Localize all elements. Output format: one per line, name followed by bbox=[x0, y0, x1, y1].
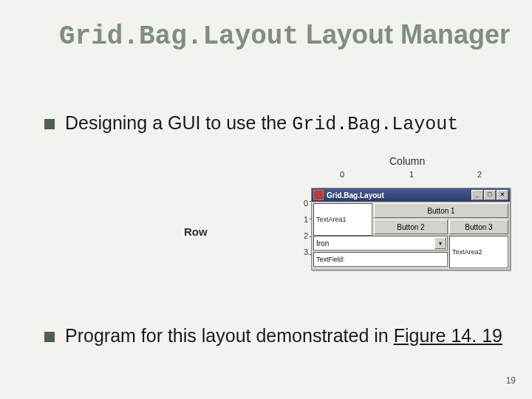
title-rest: Layout Manager bbox=[299, 19, 510, 50]
button1[interactable]: Button 1 bbox=[374, 203, 508, 218]
column-label: Column bbox=[389, 155, 425, 167]
grid-row-2: Iron ▾ TextArea2 bbox=[313, 236, 508, 250]
spacer-col2-row3 bbox=[449, 252, 508, 267]
slide-title: Grid.Bag.Layout Layout Manager bbox=[59, 18, 510, 53]
grid-row-1: Button 2 Button 3 bbox=[313, 219, 508, 234]
button3-label: Button 3 bbox=[465, 223, 492, 231]
figure-link[interactable]: Figure 14. 19 bbox=[394, 325, 502, 346]
spacer-col0-row1 bbox=[313, 219, 372, 234]
bullet-1-code: Grid.Bag.Layout bbox=[292, 114, 458, 135]
grid-area: TextArea1 Button 1 Button 2 Butto bbox=[313, 203, 508, 267]
row-label: Row bbox=[184, 225, 208, 238]
row-index-0: 0 bbox=[298, 195, 308, 211]
demo-window: Grid.Bag.Layout _ □ × TextArea1 Button bbox=[311, 188, 511, 270]
window-client: TextArea1 Button 1 Button 2 Butto bbox=[312, 202, 510, 270]
row-indices: 0 1 2 3 bbox=[298, 195, 308, 260]
bullet-1-pre: Designing a GUI to use the bbox=[65, 112, 292, 133]
bullet-2: Program for this layout demonstrated in … bbox=[44, 324, 517, 349]
window-title: Grid.Bag.Layout bbox=[327, 191, 471, 200]
close-button[interactable]: × bbox=[497, 190, 508, 200]
bullet-2-wrap: Program for this layout demonstrated in … bbox=[44, 324, 517, 353]
slide: Grid.Bag.Layout Layout Manager Designing… bbox=[0, 0, 532, 399]
window-titlebar[interactable]: Grid.Bag.Layout _ □ × bbox=[312, 188, 510, 202]
button1-label: Button 1 bbox=[427, 207, 454, 215]
textfield[interactable]: TextField: bbox=[313, 252, 448, 267]
grid-row-3: TextField: bbox=[313, 252, 508, 267]
combobox-selected: Iron bbox=[316, 239, 329, 248]
window-buttons: _ □ × bbox=[471, 190, 508, 200]
page-number: 19 bbox=[506, 375, 516, 386]
bullet-icon bbox=[44, 332, 55, 342]
col-index-2: 2 bbox=[450, 170, 509, 179]
title-code: Grid.Bag.Layout bbox=[59, 21, 299, 52]
bullet-2-text: Program for this layout demonstrated in … bbox=[65, 324, 517, 349]
combobox[interactable]: Iron ▾ bbox=[313, 236, 448, 250]
chevron-down-icon[interactable]: ▾ bbox=[434, 237, 446, 249]
grid-row-0: TextArea1 Button 1 bbox=[313, 203, 508, 218]
column-indices: 0 1 2 bbox=[311, 170, 509, 179]
maximize-button[interactable]: □ bbox=[484, 190, 496, 200]
row-index-1: 1 bbox=[298, 211, 308, 228]
row-index-2: 2 bbox=[298, 228, 308, 244]
bullet-icon bbox=[44, 119, 55, 129]
button3[interactable]: Button 3 bbox=[449, 219, 508, 234]
minimize-button[interactable]: _ bbox=[471, 190, 483, 200]
col-index-1: 1 bbox=[373, 170, 450, 179]
bullet-list: Designing a GUI to use the Grid.Bag.Layo… bbox=[44, 111, 488, 142]
bullet-2-pre: Program for this layout demonstrated in bbox=[65, 325, 394, 346]
bullet-1-text: Designing a GUI to use the Grid.Bag.Layo… bbox=[65, 111, 488, 137]
app-icon bbox=[313, 190, 324, 200]
row-index-3: 3 bbox=[298, 244, 308, 260]
button2[interactable]: Button 2 bbox=[374, 219, 448, 234]
col-index-0: 0 bbox=[311, 170, 373, 179]
bullet-1: Designing a GUI to use the Grid.Bag.Layo… bbox=[44, 111, 488, 137]
textfield-label: TextField: bbox=[316, 256, 345, 263]
button2-label: Button 2 bbox=[397, 223, 424, 231]
